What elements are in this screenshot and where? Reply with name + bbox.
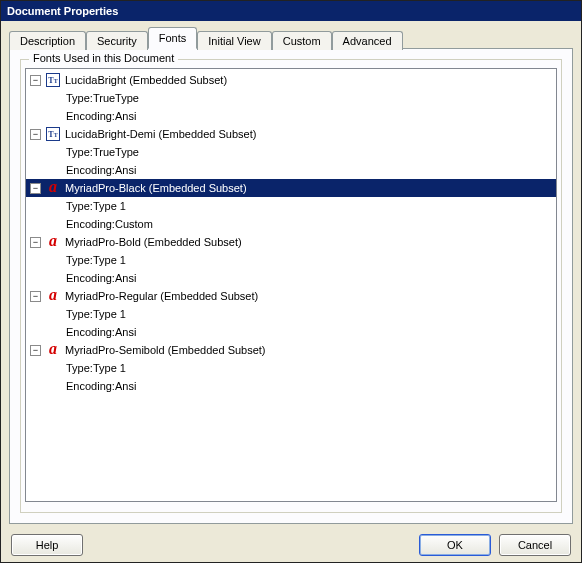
font-tree-item[interactable]: −TTLucidaBright-Demi (Embedded Subset) [26, 125, 556, 143]
font-name-label: LucidaBright (Embedded Subset) [65, 74, 227, 86]
font-name-label: MyriadPro-Black (Embedded Subset) [65, 182, 247, 194]
type-prefix: Type: [66, 92, 93, 104]
font-encoding-row[interactable]: Encoding: Ansi [26, 107, 556, 125]
font-tree-item[interactable]: −aMyriadPro-Semibold (Embedded Subset) [26, 341, 556, 359]
font-tree-item[interactable]: −aMyriadPro-Bold (Embedded Subset) [26, 233, 556, 251]
dialog-content: Description Security Fonts Initial View … [1, 21, 581, 524]
collapse-icon[interactable]: − [30, 291, 41, 302]
truetype-icon: TT [45, 72, 61, 88]
font-tree-item[interactable]: −aMyriadPro-Regular (Embedded Subset) [26, 287, 556, 305]
font-encoding-value: Custom [115, 218, 153, 230]
encoding-prefix: Encoding: [66, 164, 115, 176]
collapse-icon[interactable]: − [30, 345, 41, 356]
font-encoding-row[interactable]: Encoding: Ansi [26, 161, 556, 179]
type-prefix: Type: [66, 146, 93, 158]
font-type-row[interactable]: Type: Type 1 [26, 305, 556, 323]
window-title: Document Properties [7, 5, 118, 17]
tab-label: Custom [283, 35, 321, 47]
tab-label: Advanced [343, 35, 392, 47]
tab-advanced[interactable]: Advanced [332, 31, 403, 50]
collapse-icon[interactable]: − [30, 129, 41, 140]
font-type-value: Type 1 [93, 362, 126, 374]
fonts-fieldset: Fonts Used in this Document −TTLucidaBri… [20, 59, 562, 513]
encoding-prefix: Encoding: [66, 272, 115, 284]
tab-security[interactable]: Security [86, 31, 148, 50]
font-type-value: Type 1 [93, 308, 126, 320]
tab-label: Security [97, 35, 137, 47]
font-type-row[interactable]: Type: Type 1 [26, 359, 556, 377]
encoding-prefix: Encoding: [66, 110, 115, 122]
font-type-row[interactable]: Type: Type 1 [26, 197, 556, 215]
font-type-row[interactable]: Type: Type 1 [26, 251, 556, 269]
truetype-icon: TT [45, 126, 61, 142]
font-type-value: TrueType [93, 92, 139, 104]
tab-fonts[interactable]: Fonts [148, 27, 198, 49]
type1-icon: a [45, 288, 61, 304]
tab-panel-fonts: Fonts Used in this Document −TTLucidaBri… [9, 48, 573, 524]
type-prefix: Type: [66, 254, 93, 266]
collapse-icon[interactable]: − [30, 183, 41, 194]
font-encoding-value: Ansi [115, 272, 136, 284]
font-type-row[interactable]: Type: TrueType [26, 89, 556, 107]
font-tree-item[interactable]: −TTLucidaBright (Embedded Subset) [26, 71, 556, 89]
collapse-icon[interactable]: − [30, 75, 41, 86]
font-tree-item[interactable]: −aMyriadPro-Black (Embedded Subset) [26, 179, 556, 197]
type1-icon: a [45, 234, 61, 250]
tab-label: Initial View [208, 35, 260, 47]
font-encoding-row[interactable]: Encoding: Custom [26, 215, 556, 233]
font-encoding-row[interactable]: Encoding: Ansi [26, 377, 556, 395]
font-encoding-value: Ansi [115, 326, 136, 338]
cancel-button[interactable]: Cancel [499, 534, 571, 556]
font-encoding-row[interactable]: Encoding: Ansi [26, 269, 556, 287]
font-name-label: LucidaBright-Demi (Embedded Subset) [65, 128, 256, 140]
encoding-prefix: Encoding: [66, 326, 115, 338]
font-type-value: TrueType [93, 146, 139, 158]
ok-button[interactable]: OK [419, 534, 491, 556]
collapse-icon[interactable]: − [30, 237, 41, 248]
title-bar: Document Properties [1, 1, 581, 21]
type-prefix: Type: [66, 200, 93, 212]
encoding-prefix: Encoding: [66, 218, 115, 230]
font-tree[interactable]: −TTLucidaBright (Embedded Subset)Type: T… [25, 68, 557, 502]
font-type-value: Type 1 [93, 254, 126, 266]
tab-label: Fonts [159, 32, 187, 44]
button-bar: Help OK Cancel [1, 524, 581, 556]
font-encoding-value: Ansi [115, 380, 136, 392]
tab-initial-view[interactable]: Initial View [197, 31, 271, 50]
tab-strip: Description Security Fonts Initial View … [9, 27, 573, 49]
type1-icon: a [45, 342, 61, 358]
encoding-prefix: Encoding: [66, 380, 115, 392]
type-prefix: Type: [66, 308, 93, 320]
font-name-label: MyriadPro-Regular (Embedded Subset) [65, 290, 258, 302]
tab-label: Description [20, 35, 75, 47]
font-encoding-value: Ansi [115, 110, 136, 122]
tab-description[interactable]: Description [9, 31, 86, 50]
font-type-row[interactable]: Type: TrueType [26, 143, 556, 161]
type-prefix: Type: [66, 362, 93, 374]
font-type-value: Type 1 [93, 200, 126, 212]
font-name-label: MyriadPro-Bold (Embedded Subset) [65, 236, 242, 248]
type1-icon: a [45, 180, 61, 196]
help-button[interactable]: Help [11, 534, 83, 556]
font-name-label: MyriadPro-Semibold (Embedded Subset) [65, 344, 266, 356]
tab-custom[interactable]: Custom [272, 31, 332, 50]
font-encoding-row[interactable]: Encoding: Ansi [26, 323, 556, 341]
font-encoding-value: Ansi [115, 164, 136, 176]
fieldset-legend: Fonts Used in this Document [29, 52, 178, 64]
